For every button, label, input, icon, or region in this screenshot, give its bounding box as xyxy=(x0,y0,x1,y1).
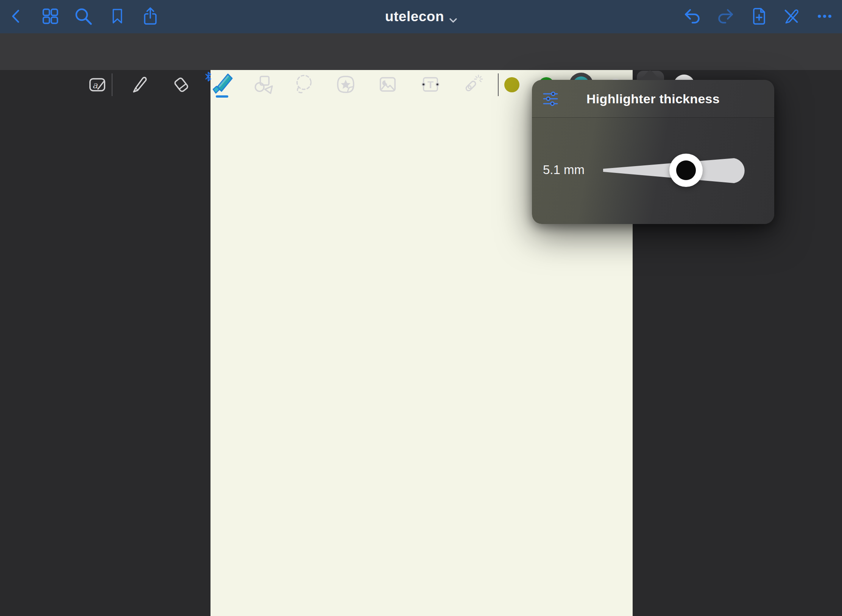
svg-text:a: a xyxy=(92,79,98,90)
shapes-icon xyxy=(254,74,275,96)
title-chevron-down-icon xyxy=(449,10,457,26)
highlighter-underline-mark xyxy=(216,95,228,98)
tools-bar: a xyxy=(0,33,842,70)
thickness-slider-knob-center xyxy=(676,160,696,180)
shapes-tool-button[interactable] xyxy=(254,74,275,95)
toolbar-divider xyxy=(498,73,499,96)
app-screen: utelecon xyxy=(0,0,842,616)
laser-pointer-icon xyxy=(462,74,483,96)
laser-pointer-tool-button[interactable] xyxy=(462,74,483,95)
highlighter-thickness-popover: Highlighter thickness 5.1 mm xyxy=(532,80,774,224)
add-page-icon xyxy=(750,6,769,28)
highlighter-tool-button[interactable] xyxy=(212,72,236,96)
thickness-slider-knob[interactable] xyxy=(669,154,703,187)
text-icon: T xyxy=(420,74,441,96)
add-page-button[interactable] xyxy=(748,6,770,27)
pen-crossed-icon xyxy=(781,6,801,27)
image-icon xyxy=(377,74,398,96)
redo-icon xyxy=(716,6,736,28)
image-tool-button[interactable] xyxy=(377,74,398,95)
redo-button[interactable] xyxy=(715,6,736,27)
popover-title: Highlighter thickness xyxy=(532,80,774,118)
yellow-color-dot xyxy=(504,77,519,92)
navigation-bar: utelecon xyxy=(0,0,842,33)
text-tool-button[interactable]: T xyxy=(420,74,441,95)
stickers-tool-button[interactable] xyxy=(335,74,356,95)
pen-icon xyxy=(129,74,150,96)
color-swatch-yellow[interactable] xyxy=(503,76,521,94)
popover-caret xyxy=(636,70,664,80)
toolbar-divider xyxy=(112,73,112,96)
highlighter-icon xyxy=(212,71,236,96)
lasso-icon xyxy=(293,74,315,96)
lasso-tool-button[interactable] xyxy=(293,74,315,95)
eraser-icon xyxy=(170,74,192,96)
pen-crossed-button[interactable] xyxy=(781,6,802,27)
more-button[interactable] xyxy=(814,6,835,27)
thickness-value-label: 5.1 mm xyxy=(543,163,600,177)
undo-button[interactable] xyxy=(681,6,703,27)
stickers-icon xyxy=(335,74,356,96)
thickness-slider[interactable] xyxy=(603,157,747,183)
more-ellipsis-icon xyxy=(815,6,834,27)
bluetooth-icon xyxy=(205,72,212,82)
svg-text:T: T xyxy=(427,79,433,90)
undo-icon xyxy=(682,6,702,28)
editing-mode-button[interactable]: a xyxy=(87,74,108,95)
document-title: utelecon xyxy=(385,9,444,25)
pen-tool-button[interactable] xyxy=(129,74,150,95)
eraser-tool-button[interactable] xyxy=(170,74,192,95)
editing-mode-icon: a xyxy=(87,74,108,96)
